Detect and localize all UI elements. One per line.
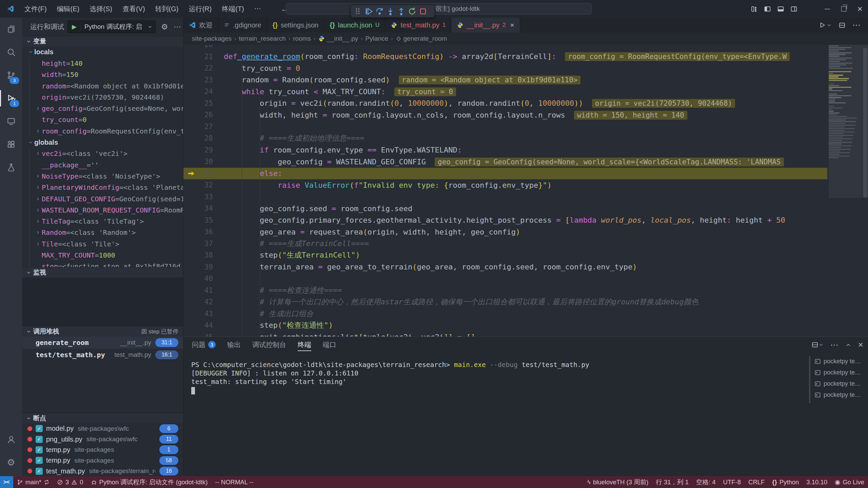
status-go-live[interactable]: ◉Go Live [831,476,868,488]
breakpoint-row[interactable]: ✓test_math.pysite-packages\terrain_res…1… [22,466,183,476]
status-remote-indicator[interactable]: >< [0,476,13,488]
breakpoint-checkbox[interactable]: ✓ [36,436,43,443]
status-debug-config[interactable]: Python 调试程序: 启动文件 (godot-ldtk) [87,476,212,488]
activity-testing[interactable] [0,156,22,179]
panel-tab-输出[interactable]: 输出 [227,337,241,352]
continue-button[interactable] [363,6,374,16]
stack-frame[interactable]: test/test_math.pytest_math.py16:1 [22,349,183,361]
activity-explorer[interactable] [0,18,22,41]
toggle-secondary-sidebar-icon[interactable] [789,4,799,14]
panel-tab-终端[interactable]: 终端 [298,337,311,352]
run-python-file-button[interactable] [818,21,832,29]
variable-scope[interactable]: locals [22,46,183,58]
debug-config-dropdown[interactable]: ▶ Python 调试程序: 启 [67,20,156,33]
variable-row[interactable]: geo_config = GeoConfig(seed=None, wor… [29,103,183,114]
status-encoding[interactable]: UTF-8 [719,476,745,488]
panel-tab-问题[interactable]: 问题3 [192,337,216,352]
variable-row[interactable]: stop = <function stop at 0x1bf8d716d… [29,261,183,267]
variable-row[interactable]: vec2i = <class 'vec2i'> [29,148,183,159]
breakpoint-row[interactable]: ✓temp.pysite-packages1 [22,445,183,455]
tab--[interactable]: 欢迎 [183,18,218,33]
status-git-blame[interactable]: ϟblueloveTH (3 周前) [584,476,652,488]
breadcrumb-item[interactable]: rooms [293,35,311,42]
tab-__init__.py[interactable]: __init__.py2× [451,18,520,33]
terminal-output[interactable]: PS C:\computer_science\godot-ldtk\site-p… [191,361,807,394]
activity-run-and-debug[interactable]: 1 [0,87,22,110]
start-debug-icon[interactable]: ▶ [68,23,81,30]
variable-row[interactable]: width = 150 [29,69,183,80]
breakpoint-checkbox[interactable]: ✓ [36,457,43,464]
close-tab-icon[interactable]: × [510,21,514,29]
close-window-button[interactable]: × [852,0,868,18]
activity-remote-explorer[interactable] [0,110,22,133]
step-out-button[interactable] [396,6,407,16]
menu-item[interactable]: ⋯ [250,3,265,15]
split-terminal-icon[interactable] [811,341,824,348]
variable-row[interactable]: height = 140 [29,58,183,69]
breadcrumb-item[interactable]: generate_room [396,35,447,42]
step-over-button[interactable] [374,6,385,16]
breakpoint-checkbox[interactable]: ✓ [36,425,43,432]
more-actions-icon[interactable]: ⋯ [174,22,181,32]
menu-item[interactable]: 编辑(E) [53,3,84,15]
variable-row[interactable]: PlanetaryWindConfig = <class 'Planeta… [29,182,183,193]
toggle-panel-icon[interactable] [776,4,786,14]
variable-row[interactable]: origin = vec2i(7205730, 9024468) [29,92,183,103]
tab-test_math.py[interactable]: test_math.py1 [385,18,451,33]
minimize-button[interactable]: — [819,0,835,18]
customize-layout-icon[interactable] [749,4,759,14]
variable-row[interactable]: TileTag = <class 'TileTag'> [29,216,183,227]
menu-item[interactable]: 选择(S) [85,3,116,15]
debug-settings-gear-icon[interactable]: ⚙ [161,22,168,32]
menu-item[interactable]: 查看(V) [118,3,149,15]
variable-row[interactable]: MAX_TRY_COUNT = 1000 [29,249,183,261]
section-header[interactable]: 断点 [22,413,183,423]
tab-.gdignore[interactable]: .gdignore [218,18,267,33]
menu-item[interactable]: 文件(F) [20,3,51,15]
restart-button[interactable] [407,6,417,16]
stack-frame[interactable]: generate_room__init__.py31:1 [22,337,183,349]
section-header[interactable]: 变量 [22,36,183,46]
breadcrumb-item[interactable]: terrain_research [239,35,286,42]
menu-item[interactable]: 终端(T) [218,3,248,15]
variable-row[interactable]: try_count = 0 [29,114,183,125]
tab-settings.json[interactable]: {}settings.json [267,18,324,33]
activity-account[interactable] [0,428,22,451]
status-python-version[interactable]: 3.10.10 [803,476,831,488]
variable-row[interactable]: __package__ = '' [29,159,183,170]
variable-row[interactable]: random = <Random object at 0x1bf9d01e… [29,80,183,92]
terminal-session[interactable]: pocketpy te… [812,356,867,367]
close-panel-icon[interactable]: × [858,340,863,350]
terminal-scrollbar[interactable] [809,356,810,403]
terminal-session[interactable]: pocketpy te… [812,389,867,401]
toggle-sidebar-icon[interactable] [763,4,772,14]
variable-row[interactable]: NoiseType = <class 'NoiseType'> [29,170,183,182]
status-indentation[interactable]: 空格: 4 [692,476,719,488]
breadcrumb-item[interactable]: Pylance [366,35,389,42]
status-problems[interactable]: 30 [53,476,87,488]
section-header[interactable]: 监视 [22,267,183,278]
activity-extensions[interactable] [0,133,22,156]
tab-launch.json[interactable]: {}launch.jsonU [324,18,385,33]
menu-item[interactable]: 运行(R) [184,3,216,15]
menu-item[interactable]: 转到(G) [151,3,183,15]
panel-tab-端口[interactable]: 端口 [323,337,336,352]
variable-row[interactable]: room_config = RoomRequestConfig(env_t… [29,125,183,137]
breakpoint-checkbox[interactable]: ✓ [36,468,43,475]
variable-row[interactable]: Random = <class 'Random'> [29,227,183,238]
activity-search[interactable] [0,41,22,64]
section-header[interactable]: 调用堆栈因 step 已暂停 [22,326,183,337]
status-cursor-position[interactable]: 行 31，列 1 [652,476,692,488]
code-editor[interactable]: 2021def generate_room(room_config: RoomR… [183,45,868,337]
breakpoint-row[interactable]: ✓model.pysite-packages\wfc6 [22,423,183,434]
minimap-viewport[interactable] [829,45,868,198]
variable-row[interactable]: WASTELAND_ROOM_REQUEST_CONFIG = RoomR… [29,204,183,216]
maximize-panel-icon[interactable] [845,342,851,348]
variable-scope[interactable]: globals [22,137,183,148]
breakpoint-checkbox[interactable]: ✓ [36,446,43,453]
terminal-session[interactable]: pocketpy te… [812,367,867,378]
more-actions-icon[interactable]: ⋯ [852,20,861,30]
breakpoint-row[interactable]: ✓png_utils.pysite-packages\wfc11 [22,434,183,444]
activity-settings[interactable]: ⚙ [0,451,22,474]
status-eol[interactable]: CRLF [745,476,768,488]
